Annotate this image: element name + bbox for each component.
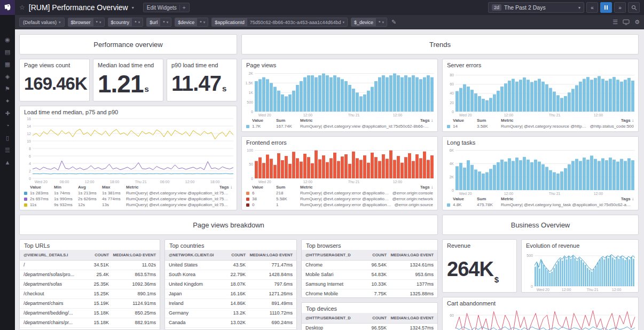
table-row[interactable]: /department/bedding/...15.18K850.25ms xyxy=(20,309,160,318)
chart-canvas[interactable]: 05001K1.5K2KWed 2012:00Thu 2112:00 xyxy=(242,69,437,117)
widget-page-views[interactable]: Page views 05001K1.5K2KWed 2012:00Thu 21… xyxy=(241,59,438,132)
table-row[interactable]: Chrome96.54K1324.61ms xyxy=(302,261,437,270)
watchdog-icon[interactable]: ◉ xyxy=(5,36,10,43)
default-values-dropdown[interactable]: (Default values) ▾ xyxy=(19,18,65,27)
legend-row[interactable]: 385.58KRumQuery| @evt.category:error @ap… xyxy=(246,196,433,202)
chart-canvas[interactable]: 4060 xyxy=(443,308,638,330)
widget-median-load-time[interactable]: Median load time end 1.21s xyxy=(93,59,163,101)
frontend-errors-chart[interactable]: 050100Wed 2012:00Thu 2112:00 xyxy=(242,147,437,184)
chart-canvas[interactable]: 050100Wed 2012:00Thu 2112:00 xyxy=(242,147,437,184)
table-row[interactable]: Chrome Mobile7.75K1325.88ms xyxy=(302,289,437,298)
widget-frontend-errors[interactable]: Frontend errors 050100Wed 2012:00Thu 211… xyxy=(241,136,438,210)
dashboards-icon[interactable]: ▦ xyxy=(5,61,10,67)
table-row[interactable]: Mobile Safari54.83K953.6ms xyxy=(302,270,437,280)
table-row[interactable]: Germany13.2K1110.72ms xyxy=(165,309,296,318)
column-header[interactable]: MEDIAN:LOAD EVENT xyxy=(387,315,434,321)
edit-variables-pencil-icon[interactable]: ✎ xyxy=(391,19,396,26)
column-header[interactable]: COUNT xyxy=(84,252,109,258)
widget-revenue-evolution[interactable]: Evolution of revenue 0500Wed 2012:00Thu … xyxy=(521,239,639,293)
settings-gear-icon[interactable]: ⚙ xyxy=(634,19,640,26)
table-header[interactable]: @NETWORK.CLIENT.GICOUNTMEDIAN:LOAD EVENT xyxy=(165,250,296,261)
chart-canvas[interactable]: 0500Wed 2012:00Thu 2112:00 xyxy=(522,250,638,292)
metrics-icon[interactable]: ✦ xyxy=(5,98,10,104)
legend-row[interactable]: 1s 283ms1s 74ms1s 213ms1s 381msRumQuery|… xyxy=(24,190,232,196)
column-header[interactable]: @VIEW.URL_DETAILS.I xyxy=(23,252,84,258)
notebooks-icon[interactable]: ▯ xyxy=(6,135,9,141)
table-row[interactable]: Japan16.16K1271.26ms xyxy=(165,289,296,299)
legend-tags-header[interactable]: Tags ↓ xyxy=(420,184,433,190)
table-row[interactable]: Ireland14.86K891.49ms xyxy=(165,299,296,309)
table-header[interactable]: @HTTP.USERAGENT_DCOUNTMEDIAN:LOAD EVENT xyxy=(302,250,437,261)
table-row[interactable]: /department/sofas25.35K1092.36ms xyxy=(20,280,160,289)
widget-top-browsers[interactable]: Top browsers @HTTP.USERAGENT_DCOUNTMEDIA… xyxy=(301,239,438,298)
cart-abandonment-chart[interactable]: 4060 xyxy=(443,308,638,330)
revenue-evolution-chart[interactable]: 0500Wed 2012:00Thu 2112:00 xyxy=(522,250,638,292)
table-row[interactable]: United Kingdom18.07K797.6ms xyxy=(165,280,296,289)
variable-country[interactable]: $country *▾ xyxy=(108,18,144,27)
table-header[interactable]: @VIEW.URL_DETAILS.ICOUNTMEDIAN:LOAD EVEN… xyxy=(20,250,160,261)
widget-page-views-count[interactable]: Page views count 169.46K xyxy=(19,59,90,101)
security-icon[interactable]: ▲ xyxy=(5,159,11,166)
column-header[interactable]: MEDIAN:LOAD EVENT xyxy=(109,252,156,258)
pause-button[interactable] xyxy=(600,2,612,13)
variable-application-id[interactable]: $applicationId 75d50c62-8b66-403c-a453-a… xyxy=(211,18,348,27)
server-errors-chart[interactable]: 020406080Wed 2012:00Thu 2112:00 xyxy=(443,69,638,117)
column-header[interactable]: @NETWORK.CLIENT.GI xyxy=(169,252,221,258)
table-row[interactable]: Samsung Internet10.33K1377ms xyxy=(302,280,437,289)
tv-mode-icon[interactable] xyxy=(623,19,630,25)
page-views-chart[interactable]: 05001K1.5K2KWed 2012:00Thu 2112:00 xyxy=(242,69,437,117)
time-range-picker[interactable]: 2d The Past 2 Days ▾ xyxy=(488,2,584,13)
variable-underscore-device[interactable]: $_device *▾ xyxy=(351,18,387,27)
widget-server-errors[interactable]: Server errors 020406080Wed 2012:00Thu 21… xyxy=(442,59,639,132)
chart-canvas[interactable]: 020406080Wed 2012:00Thu 2112:00 xyxy=(443,69,638,117)
column-header[interactable]: MEDIAN:LOAD EVENT xyxy=(246,252,293,258)
legend-row[interactable]: 2s 657ms1s 990ms2s 626ms4s 774msRumQuery… xyxy=(24,196,232,202)
zoom-search-button[interactable] xyxy=(628,2,640,13)
table-row[interactable]: /checkout15.25K890.1ms xyxy=(20,289,160,299)
table-row[interactable]: /department/bedding15.17K982.68ms xyxy=(20,328,160,330)
widget-top-devices[interactable]: Top devices @HTTP.USERAGENT_DCOUNTMEDIAN… xyxy=(301,302,438,330)
column-header[interactable]: COUNT xyxy=(221,252,246,258)
widget-long-tasks[interactable]: Long tasks 02K4K6KWed 2012:00Thu 2112:00… xyxy=(442,136,639,210)
events-icon[interactable]: ▤ xyxy=(5,49,10,55)
edit-widgets-button[interactable]: Edit Widgets + xyxy=(143,3,190,12)
legend-tags-header[interactable]: Tags ↓ xyxy=(420,117,433,123)
load-time-chart[interactable]: 0246810121416Wed 2006:0012:0018:00Thu 21… xyxy=(20,116,237,184)
favorite-star-icon[interactable]: ☆ xyxy=(19,4,25,11)
monitors-icon[interactable]: ⚑ xyxy=(5,85,10,92)
legend-row[interactable]: 01RumQuery| @evt.category:error @applica… xyxy=(246,202,433,208)
widget-revenue[interactable]: Revenue 264K$ xyxy=(442,239,517,293)
table-row[interactable]: /department/chairs/pr...15.18K882.91ms xyxy=(20,318,160,328)
column-header[interactable]: @HTTP.USERAGENT_D xyxy=(305,315,362,321)
widget-top-countries[interactable]: Top countries @NETWORK.CLIENT.GICOUNTMED… xyxy=(164,239,297,330)
variable-url[interactable]: $url *▾ xyxy=(146,18,171,27)
legend-row[interactable]: 4.8K475.78KRumQuery| @evt.category:long_… xyxy=(447,202,634,208)
infrastructure-icon[interactable]: ◈ xyxy=(5,73,10,80)
table-row[interactable]: Singapore11.77K1434.1ms xyxy=(165,328,296,330)
shortcuts-menu-icon[interactable]: ☰ xyxy=(612,19,618,26)
widget-load-time[interactable]: Load time end median, p75 and p90 024681… xyxy=(19,106,237,210)
time-skip-back-button[interactable]: « xyxy=(586,2,598,13)
widget-cart-abandonment[interactable]: Cart abandonment 4060 xyxy=(442,297,639,330)
chart-canvas[interactable]: 0246810121416Wed 2006:0012:0018:00Thu 21… xyxy=(20,116,237,184)
widget-p90-load-time[interactable]: p90 load time end 11.47s xyxy=(167,59,237,101)
legend-tags-header[interactable]: Tags ↓ xyxy=(621,117,634,123)
add-widget-plus-icon[interactable]: + xyxy=(179,5,186,11)
logs-icon[interactable]: ☰ xyxy=(5,147,10,153)
column-header[interactable]: COUNT xyxy=(362,315,387,321)
table-row[interactable]: Canada13.02K690.24ms xyxy=(165,318,296,328)
legend-tags-header[interactable]: Tags ↓ xyxy=(621,196,634,202)
table-row[interactable]: United States43.5K771.47ms xyxy=(165,261,296,270)
title-chevron-down-icon[interactable]: ▾ xyxy=(132,5,134,10)
legend-row[interactable]: 6218RumQuery| @evt.category:error @appli… xyxy=(246,190,433,196)
legend-row[interactable]: 11s9s 932ms12s13sRumQuery| @evt.category… xyxy=(24,202,232,208)
apm-icon[interactable]: ◔ xyxy=(6,122,10,129)
legend-tags-header[interactable]: Tags ↓ xyxy=(219,184,232,190)
table-row[interactable]: /34.51K11.02s xyxy=(20,261,160,270)
table-row[interactable]: South Korea22.79K1428.84ms xyxy=(165,270,296,280)
chart-canvas[interactable]: 02K4K6KWed 2012:00Thu 2112:00 xyxy=(443,147,638,196)
column-header[interactable]: MEDIAN:LOAD EVENT xyxy=(387,252,434,258)
table-row[interactable]: /department/sofas/pro...25.4K863.57ms xyxy=(20,270,160,280)
column-header[interactable]: @HTTP.USERAGENT_D xyxy=(305,252,362,258)
variable-browser[interactable]: $browser *▾ xyxy=(68,18,105,27)
